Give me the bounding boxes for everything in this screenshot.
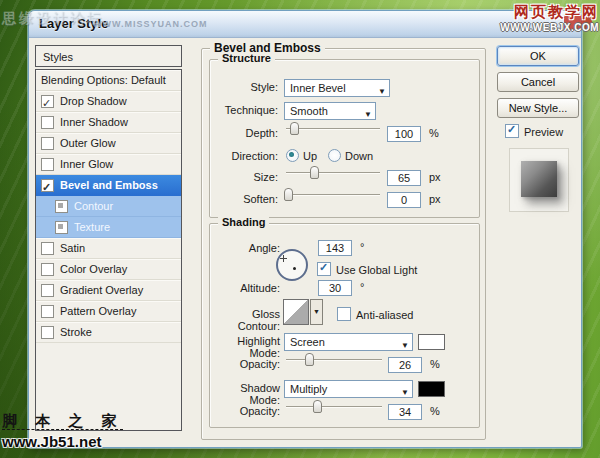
layer-style-dialog: Layer Style WWW.MISSYUAN.COM Styles Blen…	[28, 10, 582, 448]
angle-dial[interactable]	[276, 249, 308, 281]
watermark-missyuan-forum: 思缘设计论坛	[2, 10, 104, 28]
angle-unit: °	[360, 241, 364, 253]
shadow-opacity-value[interactable]: 34	[388, 404, 422, 420]
sidebar-item-blending-options[interactable]: Blending Options: Default	[36, 70, 181, 91]
shadow-mode-label: Shadow Mode:	[210, 382, 280, 406]
slider-track[interactable]	[286, 172, 380, 173]
use-global-light-checkbox[interactable]: Use Global Light	[317, 262, 417, 276]
soften-slider[interactable]	[286, 188, 380, 201]
direction-down-radio[interactable]: Down	[328, 149, 373, 162]
watermark-jb51-url: www.Jb51.net	[2, 433, 124, 450]
highlight-color-swatch[interactable]	[418, 334, 445, 350]
highlight-mode-dropdown[interactable]: Screen ▼	[284, 333, 413, 351]
checkbox-icon[interactable]	[41, 95, 54, 108]
shading-group: Shading Angle: 143 ° Use Global Light Al…	[209, 223, 480, 428]
slider-thumb[interactable]	[313, 400, 322, 413]
watermark-webjx: 网页教学网 WWW.WEBJX.COM	[500, 3, 599, 33]
size-value[interactable]: 65	[387, 170, 421, 186]
checkbox-icon[interactable]	[41, 179, 54, 192]
checkbox-icon[interactable]	[337, 307, 351, 321]
chevron-down-icon: ▼	[401, 338, 409, 354]
sidebar-item-contour[interactable]: Contour	[36, 196, 181, 217]
dial-center-dot	[293, 267, 296, 270]
gloss-contour-arrow[interactable]: ▼	[310, 299, 323, 325]
depth-slider[interactable]	[286, 122, 380, 135]
slider-track[interactable]	[286, 194, 380, 195]
sidebar-item-outer-glow[interactable]: Outer Glow	[36, 133, 181, 154]
slider-thumb[interactable]	[290, 122, 299, 135]
checkbox-icon[interactable]	[41, 242, 54, 255]
altitude-unit: °	[360, 281, 364, 293]
highlight-opacity-value[interactable]: 26	[388, 357, 422, 373]
dialog-titlebar[interactable]: Layer Style WWW.MISSYUAN.COM	[29, 11, 581, 38]
styles-header: Styles	[35, 45, 182, 67]
dial-pointer-crosshair[interactable]	[280, 255, 287, 262]
radio-icon[interactable]	[328, 149, 341, 162]
shadow-opacity-label: Opacity:	[210, 405, 280, 417]
slider-track[interactable]	[286, 128, 380, 129]
slider-thumb[interactable]	[310, 166, 319, 179]
checkbox-icon[interactable]	[505, 124, 519, 138]
checkbox-icon[interactable]	[41, 305, 54, 318]
styles-list: Blending Options: Default Drop Shadow In…	[35, 69, 182, 431]
sidebar-item-pattern-overlay[interactable]: Pattern Overlay	[36, 301, 181, 322]
watermark-missyuan-url: WWW.MISSYUAN.COM	[93, 19, 208, 29]
sidebar-item-gradient-overlay[interactable]: Gradient Overlay	[36, 280, 181, 301]
checkbox-icon[interactable]	[55, 200, 68, 213]
depth-value[interactable]: 100	[387, 126, 421, 142]
soften-label: Soften:	[210, 193, 278, 205]
sidebar-item-inner-glow[interactable]: Inner Glow	[36, 154, 181, 175]
structure-group-title: Structure	[218, 52, 275, 64]
checkbox-icon[interactable]	[55, 221, 68, 234]
slider-thumb[interactable]	[284, 188, 293, 201]
cancel-button[interactable]: Cancel	[497, 72, 579, 92]
checkbox-icon[interactable]	[41, 284, 54, 297]
slider-track[interactable]	[286, 359, 382, 360]
preview-checkbox[interactable]: Preview	[505, 124, 563, 138]
soften-unit: px	[429, 193, 441, 205]
sidebar-item-satin[interactable]: Satin	[36, 238, 181, 259]
shadow-color-swatch[interactable]	[418, 381, 445, 397]
style-label: Style:	[210, 81, 278, 93]
shading-group-title: Shading	[218, 216, 269, 228]
shadow-mode-dropdown[interactable]: Multiply ▼	[284, 380, 413, 398]
checkbox-icon[interactable]	[41, 137, 54, 150]
new-style-button[interactable]: New Style...	[497, 98, 579, 118]
sidebar-item-bevel-and-emboss[interactable]: Bevel and Emboss	[36, 175, 181, 196]
slider-track[interactable]	[286, 406, 382, 407]
checkbox-icon[interactable]	[317, 262, 331, 276]
watermark-jb51-name: 脚 本 之 家	[2, 412, 124, 431]
sidebar-item-stroke[interactable]: Stroke	[36, 322, 181, 343]
angle-value[interactable]: 143	[318, 240, 352, 256]
style-dropdown[interactable]: Inner Bevel ▼	[284, 79, 390, 97]
size-slider[interactable]	[286, 166, 380, 179]
chevron-down-icon: ▼	[364, 107, 372, 123]
sidebar-item-drop-shadow[interactable]: Drop Shadow	[36, 91, 181, 112]
technique-label: Technique:	[210, 104, 278, 116]
checkbox-icon[interactable]	[41, 116, 54, 129]
highlight-opacity-slider[interactable]	[286, 353, 382, 366]
gloss-contour-thumbnail[interactable]	[283, 299, 309, 325]
sidebar-item-inner-shadow[interactable]: Inner Shadow	[36, 112, 181, 133]
direction-label: Direction:	[210, 150, 278, 162]
depth-label: Depth:	[210, 127, 278, 139]
sidebar-item-texture[interactable]: Texture	[36, 217, 181, 238]
altitude-value[interactable]: 30	[318, 280, 352, 296]
ok-button[interactable]: OK	[497, 46, 579, 66]
structure-group: Structure Style: Inner Bevel ▼ Technique…	[209, 59, 480, 218]
bevel-and-emboss-panel: Bevel and Emboss Structure Style: Inner …	[201, 48, 486, 440]
direction-up-radio[interactable]: Up	[286, 149, 317, 162]
size-unit: px	[429, 171, 441, 183]
shadow-opacity-slider[interactable]	[286, 400, 382, 413]
watermark-webjx-name: 网页教学网	[500, 3, 599, 22]
checkbox-icon[interactable]	[41, 326, 54, 339]
anti-aliased-checkbox[interactable]: Anti-aliased	[337, 307, 413, 321]
soften-value[interactable]: 0	[387, 192, 421, 208]
radio-icon[interactable]	[286, 149, 299, 162]
technique-dropdown[interactable]: Smooth ▼	[284, 102, 376, 120]
checkbox-icon[interactable]	[41, 158, 54, 171]
checkbox-icon[interactable]	[41, 263, 54, 276]
slider-thumb[interactable]	[305, 353, 314, 366]
angle-label: Angle:	[210, 242, 280, 254]
sidebar-item-color-overlay[interactable]: Color Overlay	[36, 259, 181, 280]
